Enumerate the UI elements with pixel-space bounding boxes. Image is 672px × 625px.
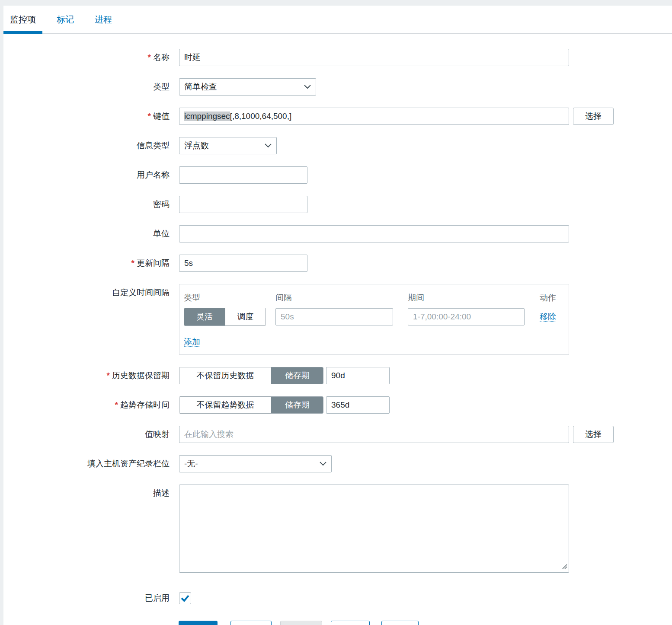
- clone-button[interactable]: 克隆: [230, 621, 272, 625]
- inventory-select-value: -无-: [184, 458, 198, 469]
- item-config-panel: 监控项 标记 进程 *名称 类型 简单检查 *键: [3, 6, 672, 625]
- key-select-button[interactable]: 选择: [573, 108, 614, 125]
- interval-delay-input[interactable]: [275, 308, 393, 325]
- type-select-value: 简单检查: [184, 81, 217, 92]
- row-enabled: 已启用: [3, 590, 672, 607]
- trends-label: *趋势存储时间: [3, 396, 170, 414]
- history-toggle: 不保留历史数据 储存期: [179, 367, 323, 384]
- inventory-label: 填入主机资产纪录栏位: [3, 455, 170, 472]
- row-history: *历史数据保留期 不保留历史数据 储存期: [3, 367, 672, 384]
- required-asterisk: *: [107, 371, 110, 380]
- history-off-option[interactable]: 不保留历史数据: [179, 367, 271, 384]
- required-asterisk: *: [148, 53, 151, 62]
- row-password: 密码: [3, 196, 672, 213]
- password-label: 密码: [3, 196, 170, 213]
- col-header-period: 期间: [408, 292, 540, 303]
- info-type-label: 信息类型: [3, 137, 170, 154]
- interval-type-toggle: 灵活 调度: [184, 308, 266, 326]
- trends-storage-option[interactable]: 储存期: [271, 397, 323, 413]
- row-trends: *趋势存储时间 不保留趋势数据 储存期: [3, 396, 672, 414]
- item-form: *名称 类型 简单检查 *键值 icmppingsec[,8: [3, 34, 672, 625]
- key-label: *键值: [3, 108, 170, 125]
- chevron-down-icon: [265, 143, 272, 148]
- row-key: *键值 icmppingsec[,8,1000,64,500,] 选择: [3, 108, 672, 125]
- row-valuemap: 值映射 选择: [3, 426, 672, 443]
- interval-period-input[interactable]: [408, 308, 525, 325]
- interval-add-link[interactable]: 添加: [184, 337, 200, 347]
- col-header-action: 动作: [540, 292, 569, 303]
- custom-intervals-box: 类型 间隔 期间 动作 灵活 调度 移除 添加: [179, 284, 569, 355]
- tab-bar: 监控项 标记 进程: [3, 6, 672, 34]
- row-units: 单位: [3, 225, 672, 242]
- history-storage-option[interactable]: 储存期: [271, 367, 323, 384]
- col-header-type: 类型: [184, 292, 275, 303]
- row-description: 描述: [3, 485, 672, 575]
- execute-now-button: 执行检查: [280, 621, 322, 625]
- row-custom-intervals: 自定义时间间隔 类型 间隔 期间 动作 灵活 调度: [3, 284, 672, 355]
- row-inventory: 填入主机资产纪录栏位 -无-: [3, 455, 672, 472]
- info-type-select-value: 浮点数: [184, 140, 209, 151]
- interval-type-scheduling[interactable]: 调度: [225, 308, 266, 325]
- custom-interval-row: 灵活 调度 移除: [184, 308, 569, 326]
- key-rest-text: [,8,1000,64,500,]: [230, 112, 292, 121]
- trends-value-input[interactable]: [326, 396, 390, 414]
- footer-buttons: 更新 克隆 执行检查 删除 取消: [179, 621, 672, 625]
- name-label: *名称: [3, 49, 170, 66]
- row-name: *名称: [3, 49, 672, 66]
- history-value-input[interactable]: [326, 367, 390, 384]
- custom-intervals-label: 自定义时间间隔: [3, 284, 170, 301]
- enabled-label: 已启用: [3, 590, 170, 607]
- interval-type-flexible[interactable]: 灵活: [184, 308, 225, 325]
- required-asterisk: *: [115, 400, 118, 409]
- row-type: 类型 简单检查: [3, 78, 672, 96]
- description-label: 描述: [3, 485, 170, 502]
- units-input[interactable]: [179, 225, 569, 242]
- units-label: 单位: [3, 225, 170, 242]
- chevron-down-icon: [304, 85, 311, 89]
- required-asterisk: *: [148, 112, 151, 121]
- type-label: 类型: [3, 78, 170, 96]
- update-interval-input[interactable]: [179, 255, 307, 272]
- name-input[interactable]: [179, 49, 569, 66]
- key-input[interactable]: icmppingsec[,8,1000,64,500,]: [179, 108, 569, 125]
- enabled-checkbox[interactable]: [179, 592, 191, 604]
- description-textarea[interactable]: [179, 485, 569, 573]
- col-header-interval: 间隔: [275, 292, 408, 303]
- update-interval-label: *更新间隔: [3, 255, 170, 272]
- tab-preprocessing[interactable]: 进程: [88, 6, 118, 33]
- interval-remove-link[interactable]: 移除: [540, 312, 556, 322]
- history-label: *历史数据保留期: [3, 367, 170, 384]
- checkmark-icon: [181, 595, 189, 602]
- chevron-down-icon: [320, 462, 326, 466]
- delete-button[interactable]: 删除: [331, 621, 370, 625]
- tab-tags[interactable]: 标记: [50, 6, 80, 33]
- username-label: 用户名称: [3, 166, 170, 184]
- valuemap-input[interactable]: [179, 426, 569, 443]
- type-select[interactable]: 简单检查: [179, 78, 316, 96]
- tab-item[interactable]: 监控项: [3, 6, 42, 33]
- info-type-select[interactable]: 浮点数: [179, 137, 277, 154]
- valuemap-select-button[interactable]: 选择: [573, 426, 614, 443]
- required-asterisk: *: [131, 258, 134, 268]
- inventory-select[interactable]: -无-: [179, 455, 332, 472]
- cancel-button[interactable]: 取消: [381, 621, 419, 625]
- password-input[interactable]: [179, 196, 307, 213]
- row-username: 用户名称: [3, 166, 672, 184]
- update-button[interactable]: 更新: [179, 621, 218, 625]
- row-update-interval: *更新间隔: [3, 255, 672, 272]
- trends-toggle: 不保留趋势数据 储存期: [179, 396, 323, 414]
- trends-off-option[interactable]: 不保留趋势数据: [179, 397, 271, 413]
- valuemap-label: 值映射: [3, 426, 170, 443]
- key-selected-text: icmppingsec: [184, 112, 230, 121]
- row-info-type: 信息类型 浮点数: [3, 137, 672, 154]
- username-input[interactable]: [179, 166, 307, 184]
